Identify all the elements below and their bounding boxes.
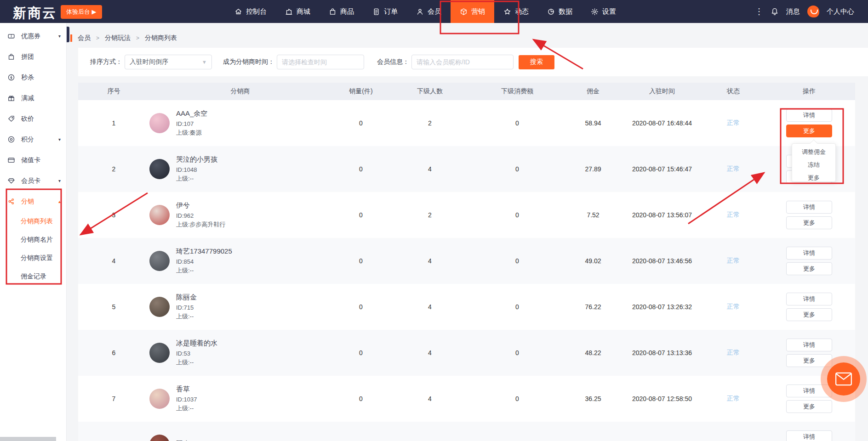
flash-icon [7,74,15,81]
nav-item-members[interactable]: 会员 [407,0,451,23]
cell-sales: 0 [331,303,391,311]
sidebar-item-groupbuy[interactable]: 拼团 [0,46,66,67]
more-button[interactable]: 更多 [786,262,832,275]
cell-actions: 详情 更多 [763,109,855,137]
nav-item-goods[interactable]: 商品 [320,0,363,23]
detail-button[interactable]: 详情 [786,247,832,260]
nav-item-marketing[interactable]: 营销 [451,0,494,23]
profile-link[interactable]: 个人中心 [827,7,854,16]
breadcrumb-item[interactable]: 会员 [78,34,91,42]
dropdown-item[interactable]: 冻结 [792,158,835,171]
avatar [149,159,170,179]
distributor-name: AAA_余空 [176,109,207,118]
trial-backend-button[interactable]: 体验后台 ▶ [61,5,102,19]
cell-sub-spend: 0 [469,165,565,173]
sidebar-item-discount[interactable]: 满减 [0,88,66,108]
cell-index: 7 [78,395,149,402]
detail-button[interactable]: 详情 [786,384,832,397]
search-button[interactable]: 搜索 [519,55,554,69]
cell-sub-spend: 0 [469,349,565,356]
status-badge: 正常 [703,119,763,127]
message-envelope-button[interactable] [827,362,860,396]
sort-label: 排序方式： [90,58,122,66]
cell-distributor: 陈丽金 ID:715 上级:-- [149,293,331,321]
distributor-id: ID:107 [176,119,207,128]
order-icon [372,8,380,16]
member-info-input[interactable] [411,55,514,69]
nav-item-data[interactable]: 数据 [538,0,582,23]
sidebar-subitem-distributor-list[interactable]: 分销商列表 [0,212,66,230]
sort-select[interactable]: 入驻时间倒序 ▼ [125,55,212,69]
distributor-parent: 上级:步步高升鞋行 [176,220,226,229]
status-badge: 正常 [703,395,763,403]
distributor-parent: 上级:-- [176,266,232,275]
cell-subordinates: 4 [391,395,469,402]
cell-index: 2 [78,165,149,173]
avatar[interactable] [807,6,819,17]
table-row: 7 香草 ID:1037 上级:-- 0 4 0 36.25 2020-08-0… [78,376,855,422]
sidebar-item-flashsale[interactable]: 秒杀 [0,67,66,88]
caret-down-icon: ▾ [58,137,61,142]
nav-item-settings[interactable]: 设置 [582,0,625,23]
sidebar-item-distribution[interactable]: 分销 ▴ [0,191,66,212]
cell-commission: 27.89 [565,165,621,173]
cell-joined: 2020-08-07 13:26:32 [621,303,703,311]
breadcrumb-item[interactable]: 分销玩法 [105,34,131,42]
nav-right: ⋮ 消息 个人中心 [755,0,858,23]
nav-item-trends[interactable]: 动态 [494,0,538,23]
detail-button[interactable]: 详情 [786,201,832,214]
dropdown-item[interactable]: 调整佣金 [792,146,835,158]
nav-item-mall[interactable]: 商城 [276,0,320,23]
sidebar-item-membercard[interactable]: 会员卡 ▾ [0,170,66,191]
sidebar-collapse-handle[interactable] [67,27,69,42]
sidebar-item-points[interactable]: 积分 ▾ [0,129,66,150]
more-button[interactable]: 更多 [786,400,832,413]
avatar [149,297,170,317]
breadcrumb-item[interactable]: 分销商列表 [145,34,177,42]
app-logo: 新商云 [13,4,57,23]
member-icon [416,8,424,16]
product-icon [329,8,337,16]
nav-item-orders[interactable]: 订单 [363,0,407,23]
table-row: 5 陈丽金 ID:715 上级:-- 0 4 0 76.22 2020-08-0… [78,284,855,330]
bell-icon[interactable] [771,7,779,16]
cell-index: 6 [78,349,149,356]
more-button[interactable]: 更多 [786,354,832,367]
detail-button[interactable]: 详情 [786,109,832,122]
caret-down-icon: ▾ [58,34,61,39]
detail-button[interactable]: 详情 [786,293,832,305]
distributor-name: 陈丽金 [176,293,197,302]
more-button[interactable]: 更多 [786,124,832,137]
cell-commission: 58.94 [565,119,621,127]
cell-distributor: 阳光 [149,435,331,441]
sidebar-scrollbar[interactable] [0,437,56,441]
more-button[interactable]: 更多 [786,308,832,321]
nav-item-console[interactable]: 控制台 [225,0,276,23]
nav-menu: 控制台 商城 商品 订单 会员 营销 动态 数据 设置 [225,0,625,23]
dropdown-item[interactable]: 更多 [792,171,835,182]
sidebar-item-bargain[interactable]: 砍价 [0,108,66,129]
more-button[interactable]: 更多 [786,216,832,229]
sidebar-subitem-distributor-card[interactable]: 分销商名片 [0,230,66,249]
sidebar-item-storedcard[interactable]: 储值卡 [0,150,66,170]
detail-button[interactable]: 详情 [786,339,832,351]
sidebar-item-coupon[interactable]: 优惠券 ▾ [0,26,66,46]
distributor-id: ID:962 [176,211,226,220]
caret-up-icon: ▴ [58,199,61,204]
cell-joined: 2020-08-07 16:48:44 [621,119,703,127]
sidebar-subitem-commission-records[interactable]: 佣金记录 [0,267,66,285]
messages-link[interactable]: 消息 [786,7,800,16]
column-header: 下级消费额 [469,87,565,96]
column-header: 操作 [763,87,855,96]
avatar [149,435,170,441]
distributor-parent: 上级:秦源 [176,128,207,137]
cell-joined: 2020-08-07 13:56:07 [621,211,703,219]
cell-subordinates: 4 [391,349,469,356]
more-dots-icon[interactable]: ⋮ [755,6,763,17]
cell-distributor: 伊兮 ID:962 上级:步步高升鞋行 [149,201,331,229]
detail-button[interactable]: 详情 [786,430,832,441]
column-header: 销量(件) [331,87,391,96]
top-nav: 新商云 体验后台 ▶ 控制台 商城 商品 订单 会员 营销 动态 数据 设置 ⋮… [0,0,868,23]
become-time-input[interactable] [277,55,364,69]
sidebar-subitem-distributor-settings[interactable]: 分销商设置 [0,249,66,267]
